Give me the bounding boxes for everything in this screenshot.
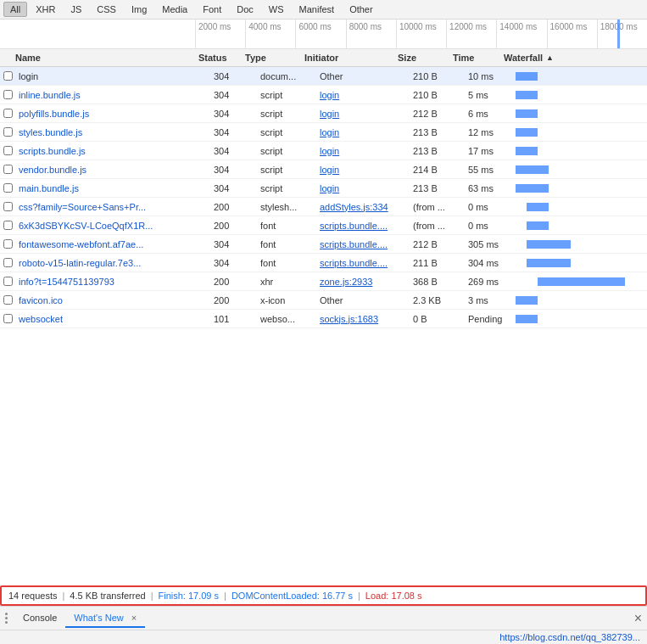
col-header-size[interactable]: Size bbox=[394, 49, 449, 66]
table-row[interactable]: inline.bundle.js304scriptlogin210 B5 ms bbox=[0, 86, 647, 104]
filter-btn-media[interactable]: Media bbox=[155, 2, 194, 17]
row-size: 212 B bbox=[410, 235, 465, 253]
row-waterfall bbox=[516, 179, 647, 197]
console-tab[interactable]: Console bbox=[14, 609, 65, 628]
row-checkbox[interactable] bbox=[3, 71, 13, 81]
whats-new-tab[interactable]: What's New × bbox=[65, 609, 145, 628]
row-time: 63 ms bbox=[465, 179, 516, 197]
filter-btn-img[interactable]: Img bbox=[125, 2, 153, 17]
col-header-initiator[interactable]: Initiator bbox=[301, 49, 394, 66]
row-initiator[interactable]: login bbox=[316, 86, 410, 104]
col-header-name[interactable]: Name bbox=[12, 49, 195, 66]
table-row[interactable]: styles.bundle.js304scriptlogin213 B12 ms bbox=[0, 123, 647, 142]
row-name: css?family=Source+Sans+Pr... bbox=[19, 202, 146, 212]
filter-bar: AllXHRJSCSSImgMediaFontDocWSManifestOthe… bbox=[0, 0, 647, 20]
row-type: script bbox=[257, 142, 316, 160]
table-row[interactable]: polyfills.bundle.js304scriptlogin212 B6 … bbox=[0, 104, 647, 123]
row-size: 0 B bbox=[410, 310, 465, 328]
row-checkbox[interactable] bbox=[3, 202, 13, 211]
table-row[interactable]: favicon.ico200x-iconOther2.3 KB3 ms bbox=[0, 291, 647, 310]
row-initiator[interactable]: login bbox=[316, 142, 410, 160]
waterfall-bar bbox=[516, 315, 538, 323]
row-waterfall bbox=[516, 123, 647, 141]
timeline-tick: 12000 ms bbox=[446, 20, 496, 48]
table-row[interactable]: roboto-v15-latin-regular.7e3...304fontsc… bbox=[0, 254, 647, 272]
row-type: script bbox=[257, 123, 316, 141]
row-initiator[interactable]: login bbox=[316, 160, 410, 178]
row-type: script bbox=[257, 104, 316, 122]
tab-close-icon[interactable]: × bbox=[131, 613, 137, 623]
row-checkbox[interactable] bbox=[3, 127, 13, 137]
row-checkbox[interactable] bbox=[3, 277, 13, 286]
filter-btn-other[interactable]: Other bbox=[343, 2, 380, 17]
row-time: 304 ms bbox=[465, 254, 516, 272]
col-header-status[interactable]: Status bbox=[195, 49, 242, 66]
waterfall-bar bbox=[516, 72, 538, 81]
url-text: https://blog.csdn.net/qq_382739... bbox=[499, 632, 640, 642]
panel-close-button[interactable]: × bbox=[634, 612, 642, 625]
row-checkbox[interactable] bbox=[3, 258, 13, 267]
row-checkbox[interactable] bbox=[3, 146, 13, 155]
col-header-time[interactable]: Time bbox=[449, 49, 500, 66]
row-checkbox[interactable] bbox=[3, 221, 13, 230]
table-row[interactable]: fontawesome-webfont.af7ae...304fontscrip… bbox=[0, 235, 647, 254]
row-waterfall bbox=[516, 160, 647, 178]
row-initiator[interactable]: scripts.bundle.... bbox=[316, 235, 410, 253]
row-type: font bbox=[257, 216, 316, 234]
row-checkbox[interactable] bbox=[3, 314, 13, 323]
col-header-waterfall[interactable]: Waterfall ▲ bbox=[500, 49, 647, 66]
row-name: polyfills.bundle.js bbox=[19, 109, 89, 119]
table-row[interactable]: scripts.bundle.js304scriptlogin213 B17 m… bbox=[0, 142, 647, 160]
row-checkbox[interactable] bbox=[3, 165, 13, 174]
filter-btn-xhr[interactable]: XHR bbox=[29, 2, 62, 17]
row-name: roboto-v15-latin-regular.7e3... bbox=[19, 258, 141, 268]
row-initiator[interactable]: scripts.bundle.... bbox=[316, 216, 410, 234]
row-size: 210 B bbox=[410, 86, 465, 104]
row-time: 3 ms bbox=[465, 291, 516, 309]
drag-handle[interactable] bbox=[5, 613, 8, 624]
row-status: 304 bbox=[210, 123, 257, 141]
row-type: font bbox=[257, 254, 316, 272]
row-waterfall bbox=[516, 198, 647, 216]
row-checkbox[interactable] bbox=[3, 239, 13, 249]
filter-btn-doc[interactable]: Doc bbox=[230, 2, 260, 17]
table-row[interactable]: info?t=1544751139793200xhrzone.js:293336… bbox=[0, 272, 647, 291]
col-header-type[interactable]: Type bbox=[242, 49, 301, 66]
row-name: login bbox=[19, 71, 38, 81]
table-row[interactable]: main.bundle.js304scriptlogin213 B63 ms bbox=[0, 179, 647, 198]
filter-btn-manifest[interactable]: Manifest bbox=[293, 2, 342, 17]
table-row[interactable]: css?family=Source+Sans+Pr...200stylesh..… bbox=[0, 198, 647, 216]
filter-btn-all[interactable]: All bbox=[3, 2, 27, 17]
waterfall-bar bbox=[516, 91, 538, 99]
row-initiator[interactable]: login bbox=[316, 104, 410, 122]
row-initiator[interactable]: sockjs.js:1683 bbox=[316, 310, 410, 328]
row-checkbox[interactable] bbox=[3, 295, 13, 305]
table-row[interactable]: websocket101webso...sockjs.js:16830 BPen… bbox=[0, 310, 647, 328]
row-checkbox[interactable] bbox=[3, 183, 13, 193]
row-checkbox[interactable] bbox=[3, 90, 13, 99]
row-status: 200 bbox=[210, 291, 257, 309]
row-initiator[interactable]: addStyles.js:334 bbox=[316, 198, 410, 216]
filter-btn-css[interactable]: CSS bbox=[90, 2, 123, 17]
row-status: 304 bbox=[210, 179, 257, 197]
row-initiator[interactable]: login bbox=[316, 179, 410, 197]
row-time: 5 ms bbox=[465, 86, 516, 104]
filter-btn-font[interactable]: Font bbox=[196, 2, 228, 17]
waterfall-bar bbox=[516, 184, 549, 193]
row-initiator: Other bbox=[316, 67, 410, 85]
filter-btn-ws[interactable]: WS bbox=[262, 2, 291, 17]
row-checkbox[interactable] bbox=[3, 109, 13, 118]
row-status: 304 bbox=[210, 86, 257, 104]
row-initiator[interactable]: login bbox=[316, 123, 410, 141]
row-size: 214 B bbox=[410, 160, 465, 178]
row-initiator[interactable]: zone.js:2933 bbox=[316, 272, 410, 290]
table-row[interactable]: 6xK3dSBYKcSV-LCoeQqfX1R...200fontscripts… bbox=[0, 216, 647, 235]
timeline-tick: 2000 ms bbox=[195, 20, 245, 48]
row-waterfall bbox=[516, 254, 647, 272]
row-waterfall bbox=[516, 291, 647, 309]
table-row[interactable]: vendor.bundle.js304scriptlogin214 B55 ms bbox=[0, 160, 647, 179]
status-bar: 14 requests | 4.5 KB transferred | Finis… bbox=[0, 585, 647, 606]
row-initiator[interactable]: scripts.bundle.... bbox=[316, 254, 410, 272]
filter-btn-js[interactable]: JS bbox=[64, 2, 88, 17]
table-row[interactable]: login304docum...Other210 B10 ms bbox=[0, 67, 647, 86]
